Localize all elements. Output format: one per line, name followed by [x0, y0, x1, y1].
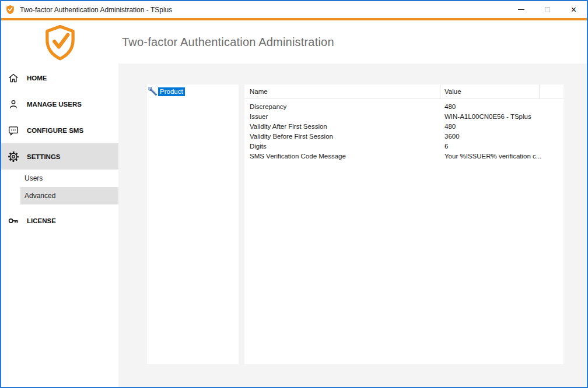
sidebar-item-label: MANAGE USERS: [27, 101, 82, 108]
main-area: Two-factor Authentication Administration…: [118, 20, 587, 387]
setting-value: 480: [440, 103, 564, 110]
setting-name: Validity After First Session: [244, 123, 440, 130]
settings-table-panel: Name Value Discrepancy 480 Iss: [244, 84, 564, 364]
minimize-button[interactable]: [508, 1, 534, 18]
table-row[interactable]: Discrepancy 480: [244, 101, 564, 111]
setting-value: Your %ISSUER% verification c...: [440, 153, 564, 160]
setting-value: WIN-A1L00CN0E56 - TSplus: [440, 113, 564, 120]
sidebar-item-label: LICENSE: [27, 217, 56, 224]
sidebar-item-home[interactable]: HOME: [1, 65, 118, 91]
table-row[interactable]: Validity Before First Session 3600: [244, 131, 564, 141]
wrench-icon: [148, 87, 158, 96]
setting-name: Validity Before First Session: [244, 133, 440, 140]
sidebar-item-settings[interactable]: SETTINGS: [1, 143, 118, 170]
close-button[interactable]: ×: [561, 1, 587, 18]
table-row[interactable]: Issuer WIN-A1L00CN0E56 - TSplus: [244, 111, 564, 121]
gear-icon: [8, 151, 19, 163]
table-header-row: Name Value: [244, 84, 564, 99]
titlebar: Two-factor Authentication Administration…: [1, 1, 587, 18]
maximize-button: [534, 1, 561, 18]
sidebar-subitem-advanced[interactable]: Advanced: [20, 187, 118, 204]
tree-item-product[interactable]: Product: [147, 84, 239, 96]
setting-name: Discrepancy: [244, 103, 440, 110]
key-icon: [8, 215, 19, 227]
app-window: Two-factor Authentication Administration…: [0, 0, 588, 388]
user-icon: [8, 98, 19, 110]
brand-logo: [1, 20, 118, 65]
sidebar-item-configure-sms[interactable]: CONFIGURE SMS: [1, 117, 118, 143]
sidebar-item-label: CONFIGURE SMS: [27, 127, 83, 134]
column-header-filler: [540, 84, 564, 98]
sidebar-subitem-label: Users: [24, 174, 43, 182]
table-row[interactable]: Digits 6: [244, 141, 564, 151]
settings-tree-panel: Product: [147, 84, 239, 364]
sidebar-item-label: HOME: [27, 75, 47, 82]
setting-name: SMS Verification Code Message: [244, 153, 440, 160]
sidebar-subitem-label: Advanced: [24, 192, 55, 200]
home-icon: [8, 72, 19, 84]
maximize-icon: [545, 7, 550, 12]
column-header-value[interactable]: Value: [440, 84, 540, 98]
sidebar: HOME MANAGE USERS CONFIGURE SMS: [1, 20, 118, 387]
setting-name: Digits: [244, 143, 440, 150]
app-shield-icon: [5, 5, 15, 15]
sidebar-subitem-users[interactable]: Users: [20, 170, 118, 187]
tree-item-product-label: Product: [158, 87, 185, 96]
sidebar-item-license[interactable]: LICENSE: [1, 207, 118, 234]
content-area: Product Name Value: [118, 64, 587, 387]
sidebar-item-label: SETTINGS: [27, 153, 61, 160]
setting-value: 6: [440, 143, 564, 150]
chat-icon: [8, 125, 19, 136]
sidebar-item-manage-users[interactable]: MANAGE USERS: [1, 91, 118, 117]
shield-check-logo-icon: [43, 24, 78, 61]
column-header-name[interactable]: Name: [244, 84, 440, 98]
window-controls: ×: [508, 1, 587, 18]
setting-name: Issuer: [244, 113, 440, 120]
setting-value: 480: [440, 123, 564, 130]
setting-value: 3600: [440, 133, 564, 140]
table-row[interactable]: SMS Verification Code Message Your %ISSU…: [244, 151, 564, 161]
main-header: Two-factor Authentication Administration: [118, 20, 587, 64]
window-title: Two-factor Authentication Administration…: [20, 6, 508, 14]
table-body: Discrepancy 480 Issuer WIN-A1L00CN0E56 -…: [244, 99, 564, 161]
minimize-icon: [518, 9, 524, 10]
close-icon: ×: [571, 5, 576, 15]
page-title: Two-factor Authentication Administration: [122, 36, 334, 49]
table-row[interactable]: Validity After First Session 480: [244, 121, 564, 131]
